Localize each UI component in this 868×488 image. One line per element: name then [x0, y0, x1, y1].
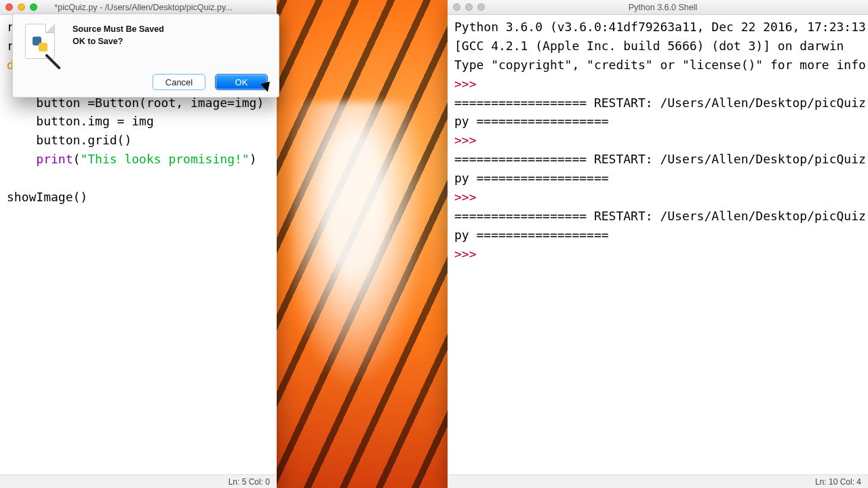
traffic-lights — [5, 3, 37, 11]
shell-window: Python 3.6.0 Shell Python 3.6.0 (v3.6.0:… — [448, 0, 868, 488]
shell-banner: Type "copyright", "credits" or "license(… — [454, 58, 868, 72]
code-line: button.img = img — [7, 114, 154, 128]
editor-statusbar: Ln: 5 Col: 0 — [0, 474, 277, 488]
close-icon[interactable] — [453, 3, 460, 11]
editor-title: *picQuiz.py - /Users/Allen/Desktop/picQu… — [43, 3, 244, 12]
shell-banner: [GCC 4.2.1 (Apple Inc. build 5666) (dot … — [454, 39, 844, 53]
minimize-icon[interactable] — [465, 3, 473, 11]
code-line: button.grid() — [7, 133, 132, 147]
shell-restart: py ================== — [454, 114, 609, 128]
traffic-lights — [453, 3, 485, 11]
shell-title: Python 3.6.0 Shell — [490, 3, 835, 12]
shell-prompt: >>> — [454, 247, 484, 261]
zoom-icon[interactable] — [477, 3, 485, 11]
desktop-background: *picQuiz.py - /Users/Allen/Desktop/picQu… — [0, 0, 868, 488]
shell-restart: py ================== — [454, 228, 609, 242]
dialog-line2: OK to Save? — [73, 36, 164, 48]
code-line: ) — [250, 152, 257, 166]
code-line: ( — [73, 152, 81, 166]
shell-restart: ================== RESTART: /Users/Allen… — [454, 209, 868, 223]
shell-restart: ================== RESTART: /Users/Allen… — [454, 96, 868, 110]
shell-statusbar: Ln: 10 Col: 4 — [448, 474, 868, 488]
shell-banner: Python 3.6.0 (v3.6.0:41df79263a11, Dec 2… — [454, 20, 868, 34]
minimize-icon[interactable] — [18, 3, 25, 11]
code-string: "This looks promising!" — [80, 152, 249, 166]
close-icon[interactable] — [5, 3, 13, 11]
python-file-icon — [22, 22, 62, 62]
editor-cursor-position: Ln: 5 Col: 0 — [229, 477, 270, 487]
ok-button[interactable]: OK — [215, 74, 268, 90]
shell-restart: ================== RESTART: /Users/Allen… — [454, 152, 868, 166]
shell-restart: py ================== — [454, 171, 609, 185]
dialog-line1: Source Must Be Saved — [73, 24, 164, 36]
shell-cursor-position: Ln: 10 Col: 4 — [815, 477, 861, 487]
shell-prompt: >>> — [454, 133, 484, 147]
code-line — [7, 152, 36, 166]
code-line: showImage() — [7, 190, 87, 204]
editor-titlebar[interactable]: *picQuiz.py - /Users/Allen/Desktop/picQu… — [0, 0, 277, 15]
shell-prompt: >>> — [454, 190, 484, 204]
zoom-icon[interactable] — [30, 3, 37, 11]
code-builtin: print — [36, 152, 73, 166]
shell-output-area[interactable]: Python 3.6.0 (v3.6.0:41df79263a11, Dec 2… — [448, 15, 868, 474]
shell-prompt: >>> — [454, 77, 484, 91]
shell-titlebar[interactable]: Python 3.6.0 Shell — [448, 0, 868, 15]
dialog-message: Source Must Be Saved OK to Save? — [73, 22, 164, 62]
cancel-button[interactable]: Cancel — [153, 74, 205, 90]
save-dialog: Source Must Be Saved OK to Save? Cancel … — [12, 14, 279, 98]
